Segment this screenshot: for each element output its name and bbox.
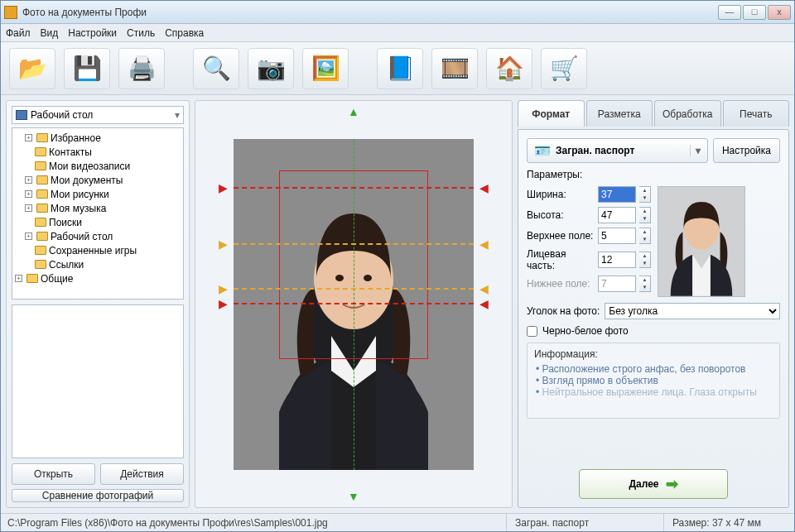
status-size: Размер: 37 x 47 мм — [663, 514, 788, 531]
face-input[interactable] — [598, 252, 636, 268]
menu-file[interactable]: Файл — [6, 27, 31, 39]
titlebar: Фото на документы Профи — □ x — [1, 1, 794, 24]
print-icon[interactable]: 🖨️ — [118, 48, 165, 89]
tree-item: +Избранное — [15, 131, 181, 145]
compare-button[interactable]: Сравнение фотографий — [12, 489, 184, 502]
camera-icon[interactable]: 📷 — [248, 48, 294, 89]
tab-print[interactable]: Печать — [723, 100, 790, 127]
folder-tree[interactable]: +Избранное Контакты Мои видеозаписи +Мои… — [12, 127, 184, 300]
bw-label: Черно-белое фото — [542, 325, 629, 337]
info-box: Информация: Расположение строго анфас, б… — [527, 343, 780, 419]
menu-style[interactable]: Стиль — [127, 27, 155, 39]
minimize-button[interactable]: — — [718, 5, 741, 20]
eye-guide[interactable] — [234, 243, 474, 245]
cart-icon[interactable]: 🛒 — [541, 48, 587, 89]
top-guide[interactable] — [234, 187, 474, 189]
tab-processing[interactable]: Обработка — [654, 100, 721, 127]
top-spinner[interactable]: ▲▼ — [639, 228, 651, 244]
tree-item: Поиски — [15, 215, 181, 229]
height-label: Высота: — [527, 209, 595, 221]
chevron-down-icon: ▾ — [175, 109, 180, 121]
arrow-right-icon: ➡ — [666, 475, 678, 493]
document-type-dropdown[interactable]: 🪪 Загран. паспорт ▾ — [527, 138, 708, 163]
tree-item: Контакты — [15, 145, 181, 159]
bottom-label: Нижнее поле: — [527, 278, 595, 290]
handle-icon[interactable]: ▶ — [219, 298, 228, 309]
tree-item: Сохраненные игры — [15, 243, 181, 257]
handle-icon[interactable]: ▶ — [219, 283, 228, 295]
tree-item: Мои видеозаписи — [15, 159, 181, 173]
open-icon[interactable]: 📂 — [9, 48, 55, 89]
handle-icon[interactable]: ◀ — [479, 238, 489, 250]
width-label: Ширина: — [527, 189, 595, 200]
handle-icon[interactable]: ◀ — [479, 182, 489, 194]
chin-guide[interactable] — [234, 288, 474, 290]
next-label: Далее — [629, 478, 658, 490]
menu-view[interactable]: Вид — [41, 27, 59, 39]
document-type-label: Загран. паспорт — [556, 145, 634, 156]
handle-icon[interactable]: ▶ — [219, 238, 228, 250]
right-panel: Формат Разметка Обработка Печать 🪪 Загра… — [518, 100, 789, 508]
monitor-icon — [16, 110, 27, 120]
menubar: Файл Вид Настройки Стиль Справка — [1, 24, 794, 42]
face-label: Лицевая часть: — [527, 248, 595, 271]
passport-icon: 🪪 — [534, 143, 551, 159]
location-label: Рабочий стол — [31, 109, 93, 121]
toolbar: 📂 💾 🖨️ 🔍 📷 🖼️ 📘 🎞️ 🏠 🛒 — [1, 42, 794, 95]
retouch-icon[interactable]: 🖼️ — [302, 48, 349, 89]
bottom-spinner: ▲▼ — [639, 276, 651, 292]
sidebar: Рабочий стол ▾ +Избранное Контакты Мои в… — [6, 100, 190, 508]
bw-checkbox[interactable] — [527, 326, 537, 337]
menu-settings[interactable]: Настройки — [68, 27, 117, 39]
handle-bottom-icon[interactable]: ▼ — [348, 491, 359, 502]
menu-help[interactable]: Справка — [165, 27, 204, 39]
tree-item: +Моя музыка — [15, 201, 181, 215]
params-label: Параметры: — [527, 169, 780, 180]
video-icon[interactable]: 🎞️ — [431, 48, 478, 89]
home-icon[interactable]: 🏠 — [486, 48, 532, 89]
tree-item: Ссылки — [15, 257, 181, 271]
bottom-guide[interactable] — [234, 303, 474, 304]
tab-layout[interactable]: Разметка — [586, 100, 653, 127]
center-guide — [354, 139, 354, 470]
thumbnail-panel — [12, 304, 184, 458]
handle-icon[interactable]: ◀ — [479, 283, 489, 295]
top-input[interactable] — [598, 228, 636, 244]
status-path: C:\Program Files (x86)\Фото на документы… — [7, 517, 498, 529]
corner-select[interactable]: Без уголка — [605, 303, 780, 319]
next-button[interactable]: Далее ➡ — [579, 469, 728, 499]
handle-top-icon[interactable]: ▲ — [348, 106, 359, 117]
handle-icon[interactable]: ▶ — [219, 182, 228, 194]
tree-item: +Мои рисунки — [15, 187, 181, 201]
width-spinner[interactable]: ▲▼ — [639, 186, 651, 203]
bottom-input — [598, 276, 636, 292]
info-item: Расположение строго анфас, без поворотов — [536, 363, 773, 375]
statusbar: C:\Program Files (x86)\Фото на документы… — [1, 513, 794, 531]
face-spinner[interactable]: ▲▼ — [639, 252, 651, 268]
height-input[interactable] — [598, 207, 636, 223]
doc-settings-button[interactable]: Настройка — [713, 138, 780, 163]
photo-canvas[interactable]: ▲ ▼ — [195, 100, 513, 508]
tree-item: +Мои документы — [15, 173, 181, 187]
handle-icon[interactable]: ◀ — [479, 298, 489, 309]
actions-button[interactable]: Действия — [100, 463, 184, 485]
tree-item: +Общие — [15, 271, 181, 285]
tab-format[interactable]: Формат — [518, 100, 585, 127]
identify-icon[interactable]: 🔍 — [193, 48, 239, 89]
app-icon — [4, 6, 17, 19]
maximize-button[interactable]: □ — [743, 5, 766, 20]
tree-item: +Рабочий стол — [15, 229, 181, 243]
close-button[interactable]: x — [768, 5, 791, 20]
height-spinner[interactable]: ▲▼ — [639, 207, 651, 223]
photo: ▶ ◀ ▶ ◀ ▶ ◀ ▶ ◀ — [234, 139, 474, 470]
help-icon[interactable]: 📘 — [377, 48, 423, 89]
info-item: Нейтральное выражение лица. Глаза открыт… — [536, 386, 773, 398]
save-icon[interactable]: 💾 — [64, 48, 110, 89]
info-title: Информация: — [534, 348, 773, 360]
window-title: Фото на документы Профи — [22, 7, 718, 18]
location-dropdown[interactable]: Рабочий стол ▾ — [12, 106, 184, 124]
top-label: Верхнее поле: — [527, 230, 595, 242]
width-input[interactable] — [598, 186, 636, 203]
open-button[interactable]: Открыть — [12, 463, 95, 485]
info-item: Взгляд прямо в объектив — [536, 375, 773, 386]
